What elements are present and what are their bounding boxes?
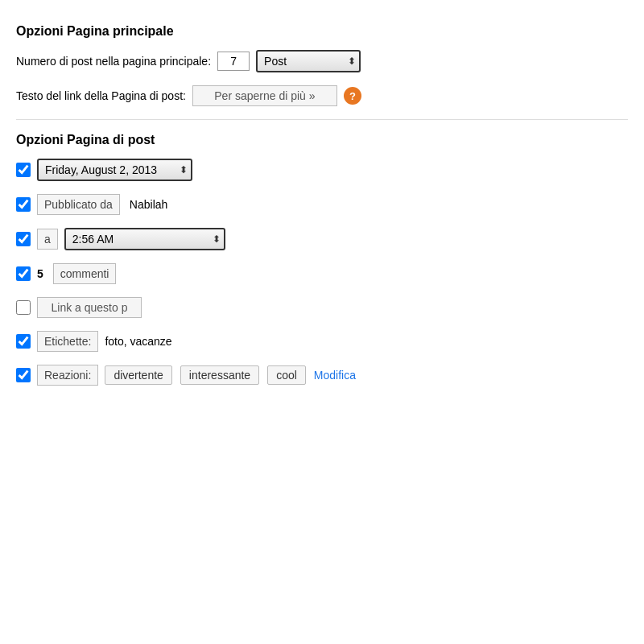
section-divider xyxy=(16,119,628,120)
link-row: Link a questo p xyxy=(16,297,628,318)
date-row: Friday, August 2, 2013 Saturday, August … xyxy=(16,159,628,181)
help-icon[interactable]: ? xyxy=(344,87,361,105)
reaction-divertente[interactable]: divertente xyxy=(105,365,171,385)
reaction-interessante[interactable]: interessante xyxy=(180,365,259,385)
link-text-row: Testo del link della Pagina di post: Per… xyxy=(16,85,628,106)
date-select[interactable]: Friday, August 2, 2013 Saturday, August … xyxy=(37,159,192,181)
comments-label: commenti xyxy=(53,263,117,284)
link-text-label: Testo del link della Pagina di post: xyxy=(16,89,186,102)
labels-row: Etichette: foto, vacanze xyxy=(16,331,628,352)
link-row-label: Link a questo p xyxy=(37,297,142,318)
date-select-wrapper: Friday, August 2, 2013 Saturday, August … xyxy=(37,159,192,181)
reactions-area: divertente interessante cool Modifica xyxy=(105,365,356,385)
reactions-checkbox[interactable] xyxy=(16,368,31,382)
post-options-title: Opzioni Pagina di post xyxy=(16,133,628,147)
published-by-label: Pubblicato da xyxy=(37,194,120,215)
reactions-label: Reazioni: xyxy=(37,365,98,386)
main-options-section: Opzioni Pagina principale Numero di post… xyxy=(16,24,628,106)
labels-label: Etichette: xyxy=(37,331,98,352)
comments-count: 5 xyxy=(37,267,43,280)
time-select-wrapper: 2:56 AM 3:00 AM ⬍ xyxy=(64,228,225,250)
comments-row: 5 commenti xyxy=(16,263,628,284)
labels-checkbox[interactable] xyxy=(16,334,31,349)
post-options-section: Opzioni Pagina di post Friday, August 2,… xyxy=(16,133,628,386)
author-checkbox[interactable] xyxy=(16,197,31,212)
time-checkbox[interactable] xyxy=(16,232,31,246)
author-row: Pubblicato da Nabilah xyxy=(16,194,628,215)
post-count-row: Numero di post nella pagina principale: … xyxy=(16,50,628,72)
post-type-select-wrapper: Post Pagine ⬍ xyxy=(256,50,361,72)
post-count-label: Numero di post nella pagina principale: xyxy=(16,55,211,68)
labels-value: foto, vacanze xyxy=(105,335,171,348)
reaction-cool[interactable]: cool xyxy=(267,365,306,385)
link-checkbox[interactable] xyxy=(16,300,31,315)
modifica-link[interactable]: Modifica xyxy=(314,369,356,382)
author-name: Nabilah xyxy=(130,198,167,211)
reactions-row: Reazioni: divertente interessante cool M… xyxy=(16,365,628,386)
time-row: a 2:56 AM 3:00 AM ⬍ xyxy=(16,228,628,250)
post-count-input[interactable] xyxy=(217,52,250,71)
at-label: a xyxy=(37,229,58,250)
comments-checkbox[interactable] xyxy=(16,266,31,281)
main-options-title: Opzioni Pagina principale xyxy=(16,24,628,39)
time-select[interactable]: 2:56 AM 3:00 AM xyxy=(64,228,225,250)
post-type-select[interactable]: Post Pagine xyxy=(256,50,361,72)
link-text-value[interactable]: Per saperne di più » xyxy=(192,85,337,106)
date-checkbox[interactable] xyxy=(16,163,31,177)
